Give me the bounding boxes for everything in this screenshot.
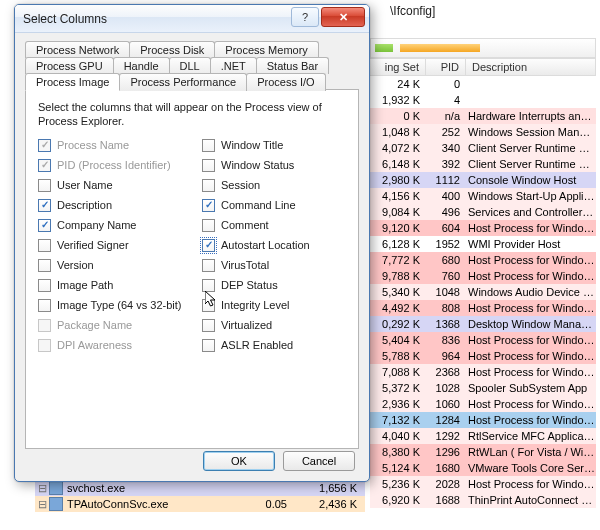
checkbox-box[interactable] [38, 259, 51, 272]
table-row[interactable]: 4,156 K400Windows Start-Up Application [370, 188, 596, 204]
cell-working-set: 5,372 K [370, 382, 426, 394]
checkbox-box[interactable] [202, 179, 215, 192]
cell-pid: 1680 [426, 462, 466, 474]
bg-rows[interactable]: 24 K01,932 K40 Kn/aHardware Interrupts a… [370, 76, 596, 526]
table-row[interactable]: 2,980 K1112Console Window Host [370, 172, 596, 188]
checkbox-box[interactable] [202, 239, 215, 252]
checkbox-verified-signer[interactable]: Verified Signer [38, 239, 182, 252]
cell-pid: 1688 [426, 494, 466, 506]
titlebar[interactable]: Select Columns ? ✕ [15, 5, 369, 33]
table-row[interactable]: 1,932 K4 [370, 92, 596, 108]
checkbox-window-title[interactable]: Window Title [202, 139, 346, 152]
table-row[interactable]: 7,088 K2368Host Process for Windows S... [370, 364, 596, 380]
table-row[interactable]: 6,920 K1688ThinPrint AutoConnect printe.… [370, 492, 596, 508]
checkbox-box[interactable] [38, 199, 51, 212]
tab-process-performance[interactable]: Process Performance [119, 73, 247, 91]
checkbox-image-path[interactable]: Image Path [38, 279, 182, 292]
tree-row[interactable]: ⊟TPAutoConnSvc.exe0.052,436 K [35, 496, 365, 512]
tab-dll[interactable]: DLL [169, 57, 211, 74]
col-description[interactable]: Description [466, 59, 596, 75]
cancel-button[interactable]: Cancel [283, 451, 355, 471]
col-working-set[interactable]: ing Set [370, 59, 426, 75]
process-icon [49, 497, 63, 511]
tab-status-bar[interactable]: Status Bar [256, 57, 329, 74]
tab-process-image[interactable]: Process Image [25, 73, 120, 91]
checkbox-box[interactable] [202, 159, 215, 172]
checkbox-image-type-64-vs-32-bit-[interactable]: Image Type (64 vs 32-bit) [38, 299, 182, 312]
checkbox-box[interactable] [38, 239, 51, 252]
checkbox-box[interactable] [202, 199, 215, 212]
tab-row-2: Process GPUHandleDLL.NETStatus Bar [25, 57, 359, 73]
table-row[interactable]: 5,124 K1680VMware Tools Core Service [370, 460, 596, 476]
table-row[interactable]: 6,128 K1952WMI Provider Host [370, 236, 596, 252]
table-row[interactable]: 24 K0 [370, 76, 596, 92]
checkbox-label: Autostart Location [221, 239, 310, 251]
table-row[interactable]: 5,404 K836Host Process for Windows S... [370, 332, 596, 348]
checkbox-box[interactable] [38, 219, 51, 232]
ok-button[interactable]: OK [203, 451, 275, 471]
table-row[interactable]: 9,120 K604Host Process for Windows S... [370, 220, 596, 236]
checkbox-aslr-enabled[interactable]: ASLR Enabled [202, 339, 346, 352]
tab-process-gpu[interactable]: Process GPU [25, 57, 114, 74]
table-row[interactable]: 2,936 K1060Host Process for Windows S... [370, 396, 596, 412]
table-row[interactable]: 5,372 K1028Spooler SubSystem App [370, 380, 596, 396]
tab-process-network[interactable]: Process Network [25, 41, 130, 58]
table-row[interactable]: 7,772 K680Host Process for Windows S... [370, 252, 596, 268]
table-row[interactable]: 4,072 K340Client Server Runtime Process [370, 140, 596, 156]
close-button[interactable]: ✕ [321, 7, 365, 27]
tab--net[interactable]: .NET [210, 57, 257, 74]
tree-row[interactable]: ⊟svchost.exe1,656 K [35, 480, 365, 496]
table-row[interactable]: 6,148 K392Client Server Runtime Process [370, 156, 596, 172]
checkbox-session[interactable]: Session [202, 179, 346, 192]
table-row[interactable]: 5,340 K1048Windows Audio Device Grap... [370, 284, 596, 300]
checkbox-box[interactable] [202, 299, 215, 312]
tab-process-i-o[interactable]: Process I/O [246, 73, 325, 91]
checkbox-box[interactable] [202, 259, 215, 272]
table-row[interactable]: 1,048 K252Windows Session Manager [370, 124, 596, 140]
checkbox-user-name[interactable]: User Name [38, 179, 182, 192]
expand-icon[interactable]: ⊟ [35, 498, 49, 511]
checkbox-box[interactable] [202, 139, 215, 152]
checkbox-box[interactable] [202, 219, 215, 232]
help-button[interactable]: ? [291, 7, 319, 27]
checkbox-version[interactable]: Version [38, 259, 182, 272]
cell-working-set: 5,236 K [370, 478, 426, 490]
col-pid[interactable]: PID [426, 59, 466, 75]
checkbox-virtualized[interactable]: Virtualized [202, 319, 346, 332]
table-row[interactable]: 4,492 K808Host Process for Windows S... [370, 300, 596, 316]
table-row[interactable]: 4,040 K1292RtlService MFC Application [370, 428, 596, 444]
tab-process-disk[interactable]: Process Disk [129, 41, 215, 58]
table-row[interactable]: 0,292 K1368Desktop Window Manager [370, 316, 596, 332]
checkbox-integrity-level[interactable]: Integrity Level [202, 299, 346, 312]
checkbox-virustotal[interactable]: VirusTotal [202, 259, 346, 272]
expand-icon[interactable]: ⊟ [35, 482, 49, 495]
tab-process-memory[interactable]: Process Memory [214, 41, 319, 58]
checkbox-command-line[interactable]: Command Line [202, 199, 346, 212]
checkbox-label: Virtualized [221, 319, 272, 331]
checkbox-process-name: Process Name [38, 139, 182, 152]
checkbox-dep-status[interactable]: DEP Status [202, 279, 346, 292]
checkbox-box[interactable] [38, 299, 51, 312]
table-row[interactable]: 9,788 K760Host Process for Windows S... [370, 268, 596, 284]
checkbox-box[interactable] [202, 339, 215, 352]
cell-private-bytes: 1,656 K [295, 482, 365, 494]
table-row[interactable]: 0 Kn/aHardware Interrupts and DPCs [370, 108, 596, 124]
checkbox-comment[interactable]: Comment [202, 219, 346, 232]
checkbox-box[interactable] [202, 319, 215, 332]
bg-column-header[interactable]: ing Set PID Description [370, 58, 596, 76]
table-row[interactable]: 7,132 K1284Host Process for Windows T... [370, 412, 596, 428]
tree-rows[interactable]: ⊟svchost.exe1,656 K⊟TPAutoConnSvc.exe0.0… [35, 480, 365, 512]
table-row[interactable]: 5,788 K964Host Process for Windows S... [370, 348, 596, 364]
checkbox-box[interactable] [38, 279, 51, 292]
checkbox-window-status[interactable]: Window Status [202, 159, 346, 172]
table-row[interactable]: 5,236 K2028Host Process for Windows S... [370, 476, 596, 492]
checkbox-company-name[interactable]: Company Name [38, 219, 182, 232]
table-row[interactable]: 8,380 K1296RtWLan ( For Vista / Win7) ..… [370, 444, 596, 460]
table-row[interactable]: 9,084 K496Services and Controller app [370, 204, 596, 220]
checkbox-box[interactable] [38, 179, 51, 192]
cell-pid: 2028 [426, 478, 466, 490]
tab-handle[interactable]: Handle [113, 57, 170, 74]
checkbox-description[interactable]: Description [38, 199, 182, 212]
checkbox-autostart-location[interactable]: Autostart Location [202, 239, 346, 252]
checkbox-box[interactable] [202, 279, 215, 292]
